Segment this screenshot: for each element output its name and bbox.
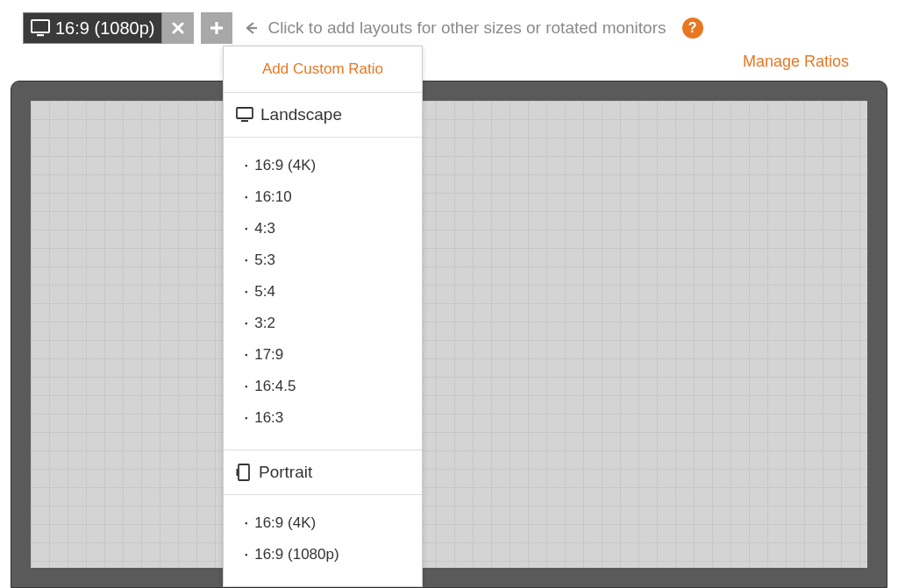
portrait-list: 16:9 (4K) 16:9 (1080p) xyxy=(224,495,422,586)
svg-rect-0 xyxy=(32,20,49,32)
ratio-option[interactable]: 16:4.5 xyxy=(236,371,410,402)
landscape-icon xyxy=(236,107,253,123)
svg-rect-1 xyxy=(37,34,44,36)
manage-ratios-link[interactable]: Manage Ratios xyxy=(743,53,849,71)
layout-toolbar: 16:9 (1080p) Click to add layouts for ot… xyxy=(0,0,898,56)
ratio-option[interactable]: 16:10 xyxy=(236,181,410,213)
ratio-option[interactable]: 16:3 xyxy=(236,402,410,434)
layout-grid-canvas[interactable] xyxy=(31,101,867,568)
svg-rect-8 xyxy=(241,120,248,122)
landscape-label: Landscape xyxy=(260,105,342,124)
add-custom-ratio-item[interactable]: Add Custom Ratio xyxy=(224,46,422,93)
landscape-section-header: Landscape xyxy=(224,93,422,138)
monitor-icon xyxy=(31,19,50,37)
ratio-option[interactable]: 16:9 (4K) xyxy=(236,507,410,539)
ratio-option[interactable]: 5:3 xyxy=(236,244,410,276)
svg-rect-9 xyxy=(239,464,249,480)
ratio-option[interactable]: 16:9 (4K) xyxy=(236,150,410,181)
close-tab-button[interactable] xyxy=(162,12,194,44)
portrait-label: Portrait xyxy=(259,463,312,482)
ratio-option[interactable]: 3:2 xyxy=(236,308,410,339)
portrait-section-header: Portrait xyxy=(224,450,422,495)
arrow-left-icon xyxy=(243,19,260,37)
current-ratio-tab[interactable]: 16:9 (1080p) xyxy=(23,12,162,44)
layout-canvas-frame xyxy=(11,81,887,588)
hint-label: Click to add layouts for other sizes or … xyxy=(267,18,666,38)
svg-rect-10 xyxy=(237,469,239,476)
ratio-option[interactable]: 4:3 xyxy=(236,213,410,244)
add-layout-button[interactable] xyxy=(201,12,232,44)
portrait-icon xyxy=(236,464,252,481)
plus-icon xyxy=(209,20,224,36)
hint-text: Click to add layouts for other sizes or … xyxy=(243,18,702,39)
ratio-dropdown: Add Custom Ratio Landscape 16:9 (4K) 16:… xyxy=(223,46,423,587)
ratio-option[interactable]: 17:9 xyxy=(236,339,410,371)
close-icon xyxy=(172,22,184,34)
landscape-list: 16:9 (4K) 16:10 4:3 5:3 5:4 3:2 17:9 16:… xyxy=(224,138,422,450)
ratio-option[interactable]: 5:4 xyxy=(236,276,410,308)
current-ratio-label: 16:9 (1080p) xyxy=(55,18,154,39)
svg-rect-7 xyxy=(237,108,253,118)
ratio-option[interactable]: 16:9 (1080p) xyxy=(236,539,410,570)
help-icon[interactable]: ? xyxy=(682,18,703,39)
